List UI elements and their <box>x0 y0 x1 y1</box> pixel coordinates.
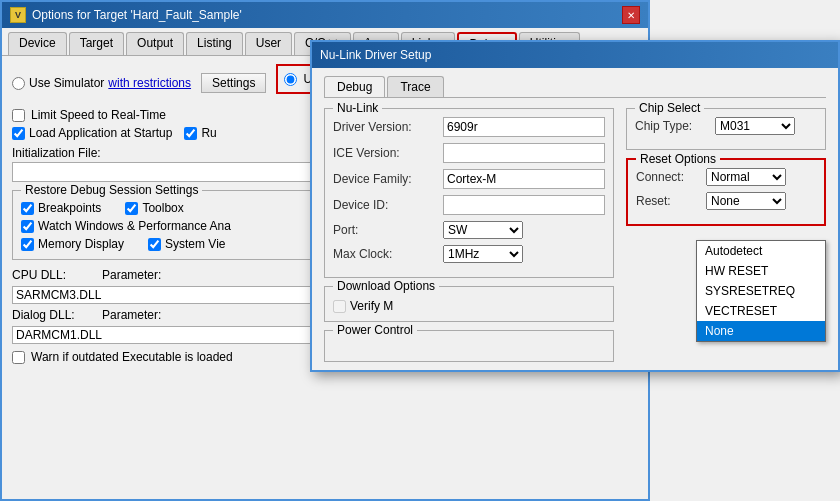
tab-user[interactable]: User <box>245 32 292 55</box>
close-button[interactable]: ✕ <box>622 6 640 24</box>
nulink-group-title: Nu-Link <box>333 101 382 115</box>
toolbox-label: Toolbox <box>142 201 183 215</box>
max-clock-row: Max Clock: 1MHz 2MHz 4MHz <box>333 245 605 263</box>
dialog-tab-debug[interactable]: Debug <box>324 76 385 97</box>
chip-type-row: Chip Type: M031 M032 NUC120 <box>635 117 817 135</box>
memory-display-label: Memory Display <box>38 237 124 251</box>
device-family-input[interactable] <box>443 169 605 189</box>
breakpoints-checkbox[interactable] <box>21 202 34 215</box>
chip-select-title: Chip Select <box>635 101 704 115</box>
run-label: Ru <box>201 126 216 140</box>
port-select[interactable]: SW JTAG <box>443 221 523 239</box>
toolbox-checkbox[interactable] <box>125 202 138 215</box>
chip-select-group: Chip Select Chip Type: M031 M032 NUC120 <box>626 108 826 150</box>
dialog-left: Nu-Link Driver Version: ICE Version: Dev… <box>324 108 614 362</box>
download-options-group: Download Options Verify M <box>324 286 614 322</box>
connect-select[interactable]: Normal Under Reset Connect & Reset <box>706 168 786 186</box>
system-view-checkbox[interactable] <box>148 238 161 251</box>
restore-debug-title: Restore Debug Session Settings <box>21 183 202 197</box>
ice-version-row: ICE Version: <box>333 143 605 163</box>
dialog-tab-trace[interactable]: Trace <box>387 76 443 97</box>
verify-label: Verify M <box>350 299 393 313</box>
tab-target[interactable]: Target <box>69 32 124 55</box>
ice-version-input[interactable] <box>443 143 605 163</box>
chip-type-select[interactable]: M031 M032 NUC120 <box>715 117 795 135</box>
simulator-settings-button[interactable]: Settings <box>201 73 266 93</box>
tab-device[interactable]: Device <box>8 32 67 55</box>
ice-version-label: ICE Version: <box>333 146 443 160</box>
app-icon: V <box>10 7 26 23</box>
load-app-label: Load Application at Startup <box>29 126 172 140</box>
use-simulator-label: Use Simulator <box>29 76 104 90</box>
memory-display-checkbox[interactable] <box>21 238 34 251</box>
warn-checkbox[interactable] <box>12 351 25 364</box>
watch-windows-label: Watch Windows & Performance Ana <box>38 219 231 233</box>
limit-speed-label: Limit Speed to Real-Time <box>31 108 166 122</box>
power-control-group: Power Control <box>324 330 614 362</box>
power-control-title: Power Control <box>333 323 417 337</box>
dialog-main-content: Nu-Link Driver Version: ICE Version: Dev… <box>324 108 826 362</box>
reset-options-group: Reset Options Connect: Normal Under Rese… <box>626 158 826 226</box>
use-debugger-radio[interactable] <box>284 73 297 86</box>
device-id-input[interactable] <box>443 195 605 215</box>
dropdown-hw-reset[interactable]: HW RESET <box>697 261 825 281</box>
driver-version-row: Driver Version: <box>333 117 605 137</box>
main-title-bar: V Options for Target 'Hard_Fault_Sample'… <box>2 2 648 28</box>
dropdown-autodetect[interactable]: Autodetect <box>697 241 825 261</box>
device-family-label: Device Family: <box>333 172 443 186</box>
port-label: Port: <box>333 223 443 237</box>
reset-options-title: Reset Options <box>636 152 720 166</box>
title-bar-left: V Options for Target 'Hard_Fault_Sample' <box>10 7 242 23</box>
nulink-group: Nu-Link Driver Version: ICE Version: Dev… <box>324 108 614 278</box>
dropdown-none[interactable]: None <box>697 321 825 341</box>
dialog-body: Debug Trace Nu-Link Driver Version: ICE … <box>312 68 838 370</box>
dialog-title-bar: Nu-Link Driver Setup <box>312 42 838 68</box>
driver-version-label: Driver Version: <box>333 120 443 134</box>
dropdown-vectreset[interactable]: VECTRESET <box>697 301 825 321</box>
cpu-dll-input[interactable] <box>12 286 323 304</box>
use-simulator-radio[interactable] <box>12 77 25 90</box>
dialog-title: Nu-Link Driver Setup <box>320 48 431 62</box>
device-id-label: Device ID: <box>333 198 443 212</box>
max-clock-label: Max Clock: <box>333 247 443 261</box>
dialog-param-label: Parameter: <box>102 308 182 322</box>
device-family-row: Device Family: <box>333 169 605 189</box>
watch-windows-checkbox[interactable] <box>21 220 34 233</box>
reset-dropdown[interactable]: Autodetect HW RESET SYSRESETREQ VECTRESE… <box>696 240 826 342</box>
connect-label: Connect: <box>636 170 706 184</box>
with-restrictions-link[interactable]: with restrictions <box>108 76 191 90</box>
device-id-row: Device ID: <box>333 195 605 215</box>
dialog-dll-label: Dialog DLL: <box>12 308 102 322</box>
run-checkbox[interactable] <box>184 127 197 140</box>
verify-checkbox[interactable] <box>333 300 346 313</box>
download-options-title: Download Options <box>333 279 439 293</box>
load-app-checkbox[interactable] <box>12 127 25 140</box>
cpu-param-label: Parameter: <box>102 268 182 282</box>
breakpoints-label: Breakpoints <box>38 201 101 215</box>
main-window-title: Options for Target 'Hard_Fault_Sample' <box>32 8 242 22</box>
dialog-tab-bar: Debug Trace <box>324 76 826 98</box>
tab-listing[interactable]: Listing <box>186 32 243 55</box>
max-clock-select[interactable]: 1MHz 2MHz 4MHz <box>443 245 523 263</box>
tab-output[interactable]: Output <box>126 32 184 55</box>
reset-select[interactable]: Autodetect HW RESET SYSRESETREQ VECTRESE… <box>706 192 786 210</box>
reset-row: Reset: Autodetect HW RESET SYSRESETREQ V… <box>636 192 816 210</box>
driver-version-input[interactable] <box>443 117 605 137</box>
reset-label: Reset: <box>636 194 706 208</box>
limit-speed-checkbox[interactable] <box>12 109 25 122</box>
dropdown-sysresetreq[interactable]: SYSRESETREQ <box>697 281 825 301</box>
nulink-dialog: Nu-Link Driver Setup Debug Trace Nu-Link… <box>310 40 840 372</box>
use-simulator-row: Use Simulator with restrictions <box>12 76 191 90</box>
chip-type-label: Chip Type: <box>635 119 715 133</box>
warn-label: Warn if outdated Executable is loaded <box>31 350 233 364</box>
connect-row: Connect: Normal Under Reset Connect & Re… <box>636 168 816 186</box>
port-row: Port: SW JTAG <box>333 221 605 239</box>
dialog-right: Chip Select Chip Type: M031 M032 NUC120 … <box>626 108 826 362</box>
dialog-dll-input[interactable] <box>12 326 323 344</box>
system-view-label: System Vie <box>165 237 225 251</box>
cpu-dll-label: CPU DLL: <box>12 268 102 282</box>
